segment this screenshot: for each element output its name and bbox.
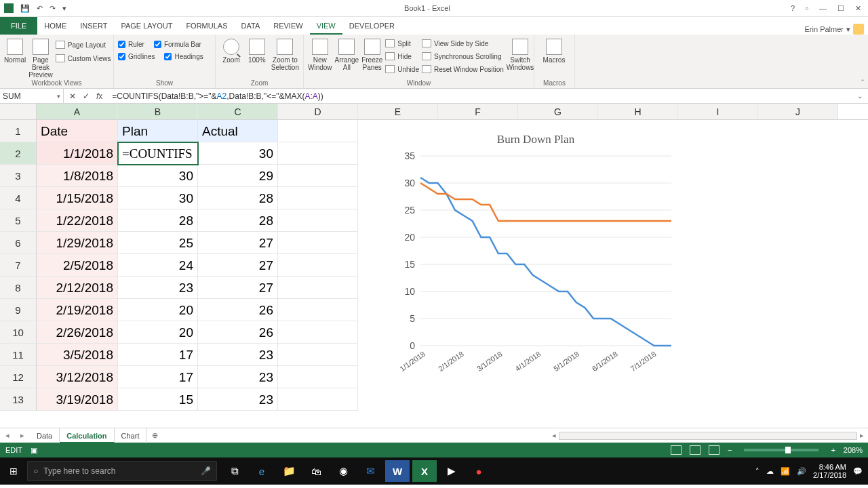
tab-home[interactable]: HOME — [37, 17, 73, 35]
switch-windows-button[interactable]: Switch Windows — [507, 36, 534, 71]
col-header-E[interactable]: E — [358, 104, 438, 119]
cell[interactable]: 2/12/2018 — [37, 277, 118, 299]
zoom-slider[interactable] — [744, 449, 818, 451]
cell[interactable]: 25 — [118, 232, 198, 254]
media-player-icon[interactable]: ▶ — [439, 460, 464, 482]
cancel-formula-icon[interactable]: ✕ — [69, 92, 76, 101]
col-header-H[interactable]: H — [598, 104, 678, 119]
name-box[interactable]: SUM▾ — [0, 89, 64, 103]
cell[interactable]: 17 — [118, 344, 198, 366]
row-header[interactable]: 10 — [0, 321, 37, 344]
expand-formula-bar-icon[interactable]: ⌄ — [852, 92, 868, 100]
notifications-icon[interactable]: 💬 — [853, 467, 863, 476]
macro-record-icon[interactable]: ▣ — [31, 446, 37, 455]
undo-icon[interactable]: ↶ — [37, 4, 43, 13]
cell[interactable]: 28 — [198, 209, 278, 232]
cell[interactable]: 1/29/2018 — [37, 232, 118, 254]
redo-icon[interactable]: ↷ — [50, 4, 56, 13]
cell[interactable]: 2/5/2018 — [37, 254, 118, 277]
cell[interactable]: 20 — [118, 321, 198, 344]
excel-icon[interactable]: X — [412, 460, 437, 482]
tab-insert[interactable]: INSERT — [73, 17, 114, 35]
cell[interactable] — [278, 277, 358, 299]
zoom-out-icon[interactable]: − — [728, 446, 732, 454]
user-account[interactable]: Erin Palmer ▾ — [805, 24, 868, 35]
col-header-F[interactable]: F — [438, 104, 518, 119]
cell[interactable] — [278, 209, 358, 232]
cell[interactable]: 2/26/2018 — [37, 321, 118, 344]
start-button[interactable]: ⊞ — [0, 466, 27, 476]
row-header[interactable]: 12 — [0, 366, 37, 388]
cell[interactable]: 26 — [198, 299, 278, 321]
tab-developer[interactable]: DEVELOPER — [342, 17, 401, 35]
headings-checkbox[interactable]: Headings — [164, 51, 203, 62]
cell[interactable]: 1/22/2018 — [37, 209, 118, 232]
volume-icon[interactable]: 🔊 — [797, 467, 806, 476]
horizontal-scrollbar[interactable] — [559, 432, 857, 440]
split-button[interactable]: Split — [385, 37, 419, 49]
synchronous-scrolling-button[interactable]: Synchronous Scrolling — [422, 50, 504, 62]
ribbon-options-icon[interactable]: ▫ — [806, 4, 808, 13]
hide-button[interactable]: Hide — [385, 50, 419, 62]
cell[interactable]: 29 — [198, 165, 278, 187]
sheet-tab-data[interactable]: Data — [30, 428, 60, 443]
cell[interactable]: 15 — [118, 388, 198, 411]
enter-formula-icon[interactable]: ✓ — [83, 92, 90, 101]
row-header[interactable]: 8 — [0, 277, 37, 299]
row-header[interactable]: 2 — [0, 142, 37, 165]
taskbar-search[interactable]: ○ Type here to search 🎤 — [27, 461, 217, 481]
cell[interactable]: 3/19/2018 — [37, 388, 118, 411]
cell[interactable]: 30 — [198, 142, 278, 165]
ruler-checkbox[interactable]: Ruler — [118, 39, 144, 49]
cell[interactable]: Plan — [118, 120, 198, 142]
row-header[interactable]: 13 — [0, 388, 37, 411]
cell[interactable]: 23 — [198, 366, 278, 388]
embedded-chart[interactable]: Burn Down Plan 051015202530351/1/20182/1… — [387, 127, 685, 399]
page-break-preview-button[interactable]: Page Break Preview — [28, 36, 53, 79]
normal-view-icon[interactable] — [671, 445, 682, 455]
store-icon[interactable]: 🛍 — [304, 460, 328, 482]
clock[interactable]: 8:46 AM2/17/2018 — [813, 463, 846, 479]
recording-icon[interactable]: ● — [467, 460, 491, 482]
mic-icon[interactable]: 🎤 — [201, 466, 211, 476]
unhide-button[interactable]: Unhide — [385, 63, 419, 75]
formula-bar-checkbox[interactable]: Formula Bar — [154, 39, 201, 49]
cell[interactable]: 26 — [198, 321, 278, 344]
tab-formulas[interactable]: FORMULAS — [179, 17, 234, 35]
cell[interactable] — [278, 388, 358, 411]
chrome-icon[interactable]: ◉ — [331, 460, 355, 482]
maximize-icon[interactable]: ☐ — [837, 4, 844, 13]
sheet-tab-chart[interactable]: Chart — [115, 428, 147, 443]
cell[interactable] — [278, 165, 358, 187]
cell[interactable]: 23 — [198, 344, 278, 366]
view-side-by-side-button[interactable]: View Side by Side — [422, 37, 504, 49]
col-header-G[interactable]: G — [518, 104, 598, 119]
cell[interactable] — [278, 254, 358, 277]
cell[interactable]: 20 — [118, 299, 198, 321]
page-layout-button[interactable]: Page Layout — [56, 39, 111, 51]
task-view-icon[interactable]: ⧉ — [222, 460, 247, 482]
collapse-ribbon-icon[interactable]: ˆ — [861, 79, 864, 87]
cell[interactable]: 3/12/2018 — [37, 366, 118, 388]
cell[interactable]: 1/1/2018 — [37, 142, 118, 165]
gridlines-checkbox[interactable]: Gridlines — [118, 51, 155, 62]
sheet-nav-prev-icon[interactable]: ◂ — [0, 431, 15, 440]
col-header-J[interactable]: J — [758, 104, 838, 119]
new-window-button[interactable]: New Window — [308, 36, 332, 71]
freeze-panes-button[interactable]: Freeze Panes — [361, 36, 382, 71]
col-header-B[interactable]: B — [118, 104, 198, 119]
save-icon[interactable]: 💾 — [20, 4, 30, 13]
row-header[interactable]: 5 — [0, 209, 37, 232]
minimize-icon[interactable]: — — [819, 4, 827, 13]
cell[interactable]: =COUNTIFS — [118, 142, 198, 165]
edge-icon[interactable]: e — [250, 460, 274, 482]
cell[interactable] — [278, 120, 358, 142]
reset-window-position-button[interactable]: Reset Window Position — [422, 63, 504, 75]
network-icon[interactable]: 📶 — [781, 467, 790, 476]
zoom-to-selection-button[interactable]: Zoom to Selection — [271, 36, 299, 71]
cell[interactable] — [278, 321, 358, 344]
row-header[interactable]: 7 — [0, 254, 37, 277]
cell[interactable] — [278, 299, 358, 321]
onedrive-icon[interactable]: ☁ — [766, 467, 774, 476]
col-header-I[interactable]: I — [678, 104, 758, 119]
